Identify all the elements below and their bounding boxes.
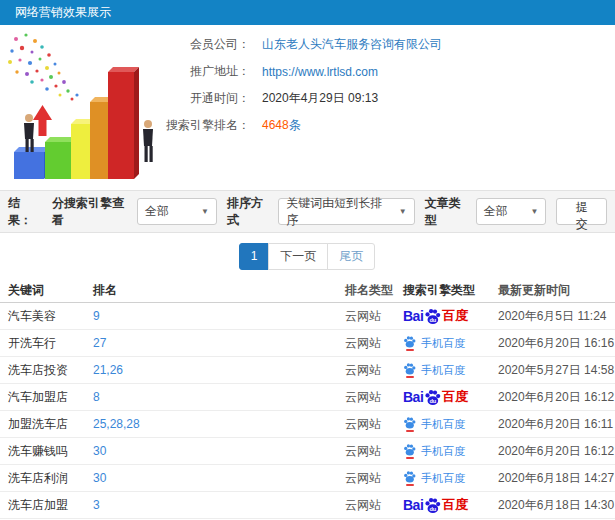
rank-link[interactable]: 8 [93, 390, 345, 404]
engine-filter-label: 分搜索引擎查看 [52, 195, 131, 229]
table-row: 洗车店利润30云网站 手机百度 2020年6月18日 14:27 [0, 465, 615, 492]
header-updated: 最新更新时间 [498, 282, 615, 299]
url-label: 推广地址： [150, 63, 250, 80]
updated-cell: 2020年6月18日 14:27 [498, 470, 615, 487]
engine-select[interactable]: 全部 ▼ [137, 198, 217, 225]
baidu-logo: Baidu百度 [403, 388, 468, 406]
info-row-open-time: 开通时间： 2020年4月29日 09:13 [150, 85, 442, 112]
baidu-logo-bai: Bai [403, 389, 423, 405]
header-rank-type: 排名类型 [345, 282, 403, 299]
header-engine-type: 搜索引擎类型 [403, 282, 498, 299]
keyword-cell: 汽车美容 [0, 308, 93, 325]
up-arrow-icon [33, 105, 52, 136]
page-button-current[interactable]: 1 [239, 243, 270, 270]
mobile-baidu-logo: 手机百度 [403, 363, 465, 378]
mobile-baidu-label: 手机百度 [421, 336, 465, 351]
table-header-row: 关键词 排名 排名类型 搜索引擎类型 最新更新时间 [0, 279, 615, 303]
rank-type-cell: 云网站 [345, 416, 403, 433]
updated-cell: 2020年6月5日 11:24 [498, 308, 615, 325]
rank-type-cell: 云网站 [345, 443, 403, 460]
table-row: 汽车加盟店8云网站 Baidu百度 2020年6月20日 16:12 [0, 384, 615, 411]
engine-cell: 手机百度 [403, 336, 498, 351]
submit-button[interactable]: 提交 [556, 198, 607, 225]
table-row: 加盟洗车店25,28,28云网站 手机百度 2020年6月20日 16:11 [0, 411, 615, 438]
rank-type-cell: 云网站 [345, 389, 403, 406]
updated-cell: 2020年6月18日 14:30 [498, 497, 615, 514]
next-page-button[interactable]: 下一页 [268, 243, 328, 270]
engine-cell: 手机百度 [403, 444, 498, 459]
svg-text:du: du [430, 397, 437, 403]
bar-red [108, 67, 139, 179]
businessman-left [24, 114, 34, 152]
promotion-url-link[interactable]: https://www.lrtlsd.com [262, 65, 378, 79]
engine-select-value: 全部 [145, 203, 169, 220]
results-table: 关键词 排名 排名类型 搜索引擎类型 最新更新时间 汽车美容9云网站 Baidu… [0, 279, 615, 519]
rank-link[interactable]: 30 [93, 471, 345, 485]
rank-link[interactable]: 25,28,28 [93, 417, 345, 431]
mobile-baidu-logo: 手机百度 [403, 471, 465, 486]
table-row: 洗车店加盟3云网站 Baidu百度 2020年6月18日 14:30 [0, 492, 615, 519]
pagination: 1 下一页 尾页 [240, 243, 376, 270]
baidu-paw-icon: du [424, 497, 441, 514]
engine-cell: Baidu百度 [403, 496, 498, 514]
updated-cell: 2020年6月20日 16:12 [498, 389, 615, 406]
updated-cell: 2020年5月27日 14:58 [498, 362, 615, 379]
member-info: 会员公司： 山东老人头汽车服务咨询有限公司 推广地址： https://www.… [150, 31, 442, 139]
keyword-cell: 开洗车行 [0, 335, 93, 352]
mobile-baidu-paw-icon [403, 471, 416, 486]
keyword-cell: 汽车加盟店 [0, 389, 93, 406]
keyword-cell: 洗车店投资 [0, 362, 93, 379]
svg-text:du: du [430, 316, 437, 322]
top-section: 会员公司： 山东老人头汽车服务咨询有限公司 推广地址： https://www.… [0, 25, 615, 190]
mobile-baidu-logo: 手机百度 [403, 417, 465, 432]
caret-down-icon: ▼ [201, 207, 209, 216]
svg-text:du: du [430, 505, 437, 511]
rank-count-label: 搜索引擎排名： [150, 117, 250, 134]
engine-cell: Baidu百度 [403, 307, 498, 325]
title-bar: 网络营销效果展示 [0, 0, 615, 25]
article-type-select[interactable]: 全部 ▼ [476, 198, 547, 225]
mobile-baidu-label: 手机百度 [421, 444, 465, 459]
baidu-paw-icon: du [424, 389, 441, 406]
confetti-dots [8, 33, 79, 100]
article-type-select-value: 全部 [484, 203, 508, 220]
rank-link[interactable]: 21,26 [93, 363, 345, 377]
updated-cell: 2020年6月20日 16:11 [498, 416, 615, 433]
mobile-baidu-label: 手机百度 [421, 363, 465, 378]
sort-select[interactable]: 关键词由短到长排序 ▼ [278, 198, 414, 225]
engine-cell: 手机百度 [403, 471, 498, 486]
rank-type-cell: 云网站 [345, 335, 403, 352]
info-row-url: 推广地址： https://www.lrtlsd.com [150, 58, 442, 85]
mobile-baidu-logo: 手机百度 [403, 444, 465, 459]
table-row: 汽车美容9云网站 Baidu百度 2020年6月5日 11:24 [0, 303, 615, 330]
baidu-logo: Baidu百度 [403, 496, 468, 514]
rank-link[interactable]: 9 [93, 309, 345, 323]
rank-link[interactable]: 3 [93, 498, 345, 512]
updated-cell: 2020年6月20日 16:12 [498, 443, 615, 460]
table-body: 汽车美容9云网站 Baidu百度 2020年6月5日 11:24开洗车行27云网… [0, 303, 615, 519]
sort-filter-label: 排序方式 [227, 195, 272, 229]
baidu-logo-bai: Bai [403, 497, 423, 513]
rank-link[interactable]: 27 [93, 336, 345, 350]
company-link[interactable]: 山东老人头汽车服务咨询有限公司 [262, 36, 442, 53]
mobile-baidu-logo: 手机百度 [403, 336, 465, 351]
mobile-baidu-paw-icon [403, 417, 416, 432]
caret-down-icon: ▼ [399, 207, 407, 216]
info-row-company: 会员公司： 山东老人头汽车服务咨询有限公司 [150, 31, 442, 58]
table-row: 洗车店投资21,26云网站 手机百度 2020年5月27日 14:58 [0, 357, 615, 384]
last-page-button[interactable]: 尾页 [327, 243, 375, 270]
rank-type-cell: 云网站 [345, 497, 403, 514]
rank-type-cell: 云网站 [345, 362, 403, 379]
mobile-baidu-label: 手机百度 [421, 417, 465, 432]
baidu-logo-cn: 百度 [442, 388, 468, 406]
keyword-cell: 洗车店利润 [0, 470, 93, 487]
mobile-baidu-paw-icon [403, 363, 416, 378]
rank-link[interactable]: 30 [93, 444, 345, 458]
engine-cell: Baidu百度 [403, 388, 498, 406]
baidu-logo: Baidu百度 [403, 307, 468, 325]
engine-cell: 手机百度 [403, 417, 498, 432]
baidu-paw-icon: du [424, 308, 441, 325]
updated-cell: 2020年6月20日 16:16 [498, 335, 615, 352]
caret-down-icon: ▼ [531, 207, 539, 216]
info-row-rank-count: 搜索引擎排名： 4648条 [150, 112, 442, 139]
